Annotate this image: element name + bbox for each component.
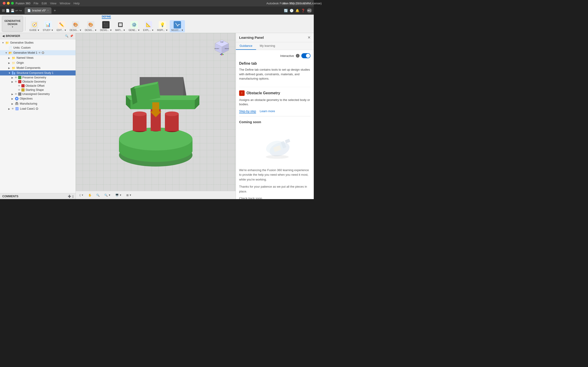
- study-button[interactable]: 📊 STUDY ▼: [41, 20, 55, 32]
- tree-item-load-case[interactable]: ▶ 👁 LC Load Case1: [0, 106, 76, 111]
- explore-label: EXPL... ▼: [143, 29, 154, 31]
- browser-pin-icon[interactable]: 📌: [70, 34, 73, 38]
- step-by-step-link[interactable]: Step-by-step: [239, 109, 256, 113]
- eye-unassigned[interactable]: 👁: [15, 93, 17, 95]
- comments-add-icon[interactable]: ➕: [68, 195, 71, 198]
- undo-icon[interactable]: ↩: [15, 9, 18, 12]
- vp-select-btn[interactable]: ⟨ ▼: [78, 193, 85, 198]
- generative-design-button[interactable]: GENERATIVEDESIGN ▼: [2, 16, 23, 32]
- comments-actions: ➕ |: [68, 195, 73, 198]
- save-icon[interactable]: 💾: [10, 9, 15, 12]
- tree-item-structural-study[interactable]: ▼ Structural Component Study 1: [0, 70, 76, 75]
- menu-item-edit[interactable]: Edit: [42, 2, 47, 5]
- sync-icon[interactable]: 🔄: [284, 9, 288, 12]
- tree-root-generative-studies[interactable]: ▼ 📁 Generative Studies: [0, 40, 76, 45]
- viewport[interactable]: TOP FRONT RIGHT ⟨ ▼ ✋ 🔍 🔍: [76, 33, 236, 199]
- tree-label-offset: Obstacle Offset: [26, 84, 44, 87]
- help-icon[interactable]: ❓: [301, 9, 305, 12]
- learning-panel-close-button[interactable]: ✕: [308, 35, 311, 40]
- tree-icon-obstacle: [18, 80, 21, 83]
- tree-item-manufacturing[interactable]: ▶ Manufacturing: [0, 101, 76, 106]
- panel-links: Step-by-step Learn more: [239, 109, 311, 116]
- tab-bracket[interactable]: 📄 bracket v5* ×: [25, 7, 52, 14]
- browser-title: BROWSER: [6, 34, 20, 38]
- tree-arrow-root: ▼: [2, 42, 5, 44]
- design3-button[interactable]: ⬛ DESIG... ▼: [99, 20, 113, 32]
- tree-label-unassigned: Unassigned Geometry: [22, 92, 50, 96]
- notification-icon[interactable]: 🔔: [295, 9, 299, 12]
- tab-close-button[interactable]: ×: [47, 9, 49, 12]
- traffic-lights: [3, 2, 14, 5]
- vp-zoom-options-icon: 🔍: [104, 194, 108, 197]
- tree-item-objectives[interactable]: ▶ Objectives: [0, 96, 76, 101]
- material-button[interactable]: 🔲 MATI... ▼: [114, 20, 127, 32]
- tree-item-preserve-geo[interactable]: ▶ 👁 Preserve Geometry: [0, 75, 76, 80]
- menu-item-help[interactable]: Help: [73, 2, 80, 5]
- axis-cube-svg: TOP FRONT RIGHT: [213, 38, 231, 56]
- tree-item-named-views[interactable]: ▶ 📁 Named Views: [0, 55, 76, 60]
- design2-button[interactable]: 🎨 DESIG... ▼: [83, 20, 98, 32]
- minimize-window-button[interactable]: [7, 2, 10, 5]
- interactive-toggle[interactable]: [301, 53, 311, 58]
- tree-label-model-components: Model Components: [17, 66, 40, 69]
- tab-guidance[interactable]: Guidance: [236, 42, 256, 50]
- coming-soon-title: Coming soon: [239, 120, 311, 124]
- eye-obstacle[interactable]: 👁: [15, 80, 17, 83]
- apps-icon[interactable]: ⊞: [2, 8, 5, 13]
- vp-grid-btn[interactable]: ⊞ ▼: [125, 193, 133, 198]
- new-tab-button[interactable]: +: [52, 8, 57, 13]
- design1-button[interactable]: 🎨 DESIG... ▼: [68, 20, 83, 32]
- learn-more-link[interactable]: Learn more: [260, 109, 275, 113]
- select-button[interactable]: SELEC... ▼: [170, 20, 185, 32]
- learning-panel-tabs: Guidance My learning: [236, 42, 314, 50]
- interactive-info-icon[interactable]: i: [296, 54, 300, 58]
- vp-zoom-options-btn[interactable]: 🔍 ▼: [103, 193, 112, 198]
- edit-button[interactable]: ✏️ EDIT... ▼: [55, 20, 68, 32]
- browser-search-icon[interactable]: 🔍: [65, 34, 69, 38]
- tree-item-unassigned[interactable]: ▶ 👁 Unassigned Geometry: [0, 92, 76, 96]
- eye-load-case[interactable]: 👁: [11, 107, 14, 110]
- tree-label-objectives: Objectives: [20, 97, 33, 100]
- history-icon[interactable]: 🕐: [290, 9, 294, 12]
- generate-label: GENE... ▼: [129, 29, 140, 31]
- guide-label: GUIDE ▼: [29, 29, 40, 31]
- define-tab-label[interactable]: DEFINE: [102, 15, 111, 19]
- vp-display-btn[interactable]: 🖥️ ▼: [114, 193, 123, 198]
- tree-item-units[interactable]: 📄 Units: Custom: [0, 45, 76, 50]
- tree-icon-unassigned: [18, 92, 21, 96]
- browser-collapse-icon[interactable]: ◀: [2, 34, 4, 38]
- close-window-button[interactable]: [3, 2, 6, 5]
- eye-preserve[interactable]: 👁: [15, 76, 17, 79]
- tree-item-obstacle-geo[interactable]: ▶ 👁 Obstacle Geometry: [0, 80, 76, 84]
- inspire-button[interactable]: 💡 INSPI... ▼: [156, 20, 169, 32]
- title-bar-left: Fusion 360 File Edit View Window Help: [3, 2, 80, 5]
- tree-item-model-components[interactable]: ▶ 📁 Model Components: [0, 65, 76, 70]
- vp-select-arrow: ▼: [81, 194, 84, 196]
- viewport-model: [112, 59, 199, 173]
- menu-item-file[interactable]: File: [34, 2, 38, 5]
- tree-item-starting-shape[interactable]: 👁 Starting Shape: [0, 88, 76, 92]
- tree-item-gen-model[interactable]: ▼ 📂 Generative Model 1 👁: [0, 50, 76, 55]
- tree-item-origin[interactable]: ▶ 📁 Origin: [0, 60, 76, 65]
- user-avatar[interactable]: KC: [307, 8, 312, 13]
- generate-button[interactable]: ⚙️ GENE... ▼: [127, 20, 141, 32]
- comments-collapse-icon[interactable]: |: [73, 195, 73, 198]
- bottle-svg: [252, 130, 298, 162]
- vp-zoom-btn[interactable]: 🔍: [95, 193, 101, 198]
- tree-label-root: Generative Studies: [10, 41, 34, 44]
- tab-nav-icons: 🔄 🕐 🔔 ❓ KC: [284, 8, 312, 13]
- tree-eye-gen-model[interactable]: 👁: [38, 51, 41, 54]
- guide-button[interactable]: 🧭 GUIDE ▼: [28, 20, 41, 32]
- vp-pan-btn[interactable]: ✋: [87, 193, 93, 198]
- redo-icon[interactable]: ↪: [19, 9, 22, 12]
- menu-item-view[interactable]: View: [50, 2, 57, 5]
- new-file-icon[interactable]: 📄: [6, 9, 10, 12]
- eye-offset[interactable]: 👁: [18, 84, 20, 87]
- tab-my-learning[interactable]: My learning: [256, 42, 279, 50]
- menu-item-window[interactable]: Window: [60, 2, 70, 5]
- tree-dot-gen-model: [42, 52, 44, 54]
- maximize-window-button[interactable]: [11, 2, 14, 5]
- tree-item-obstacle-offset[interactable]: 👁 Obstacle Offset: [0, 84, 76, 88]
- explore-button[interactable]: 📐 EXPL... ▼: [142, 20, 155, 32]
- eye-starting[interactable]: 👁: [18, 89, 20, 91]
